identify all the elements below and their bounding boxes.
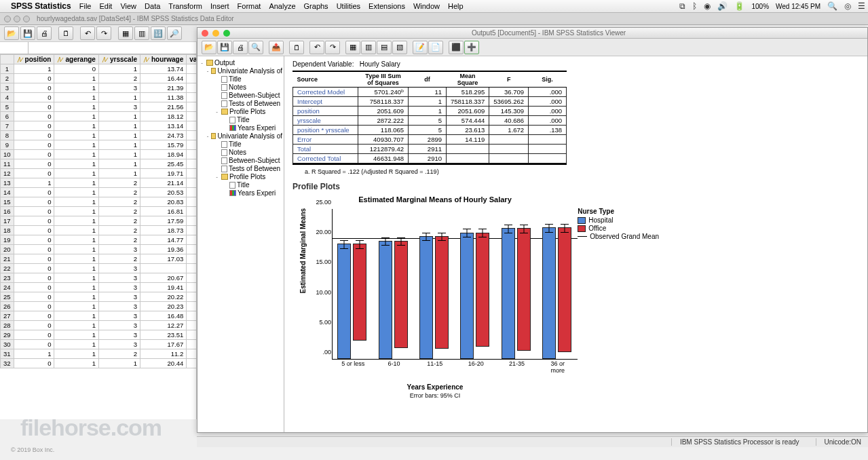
table-row[interactable]: 201216.44	[1, 74, 197, 83]
table-row[interactable]: 1601216.81	[1, 207, 197, 216]
find-button[interactable]: 🔎	[167, 26, 182, 40]
outline-node[interactable]: - Univariate Analysis of	[199, 67, 282, 75]
table-row[interactable]: 1201119.71	[1, 169, 197, 178]
outline-node[interactable]: Title	[199, 140, 282, 149]
close-icon[interactable]	[4, 16, 11, 22]
save-button[interactable]: 💾	[20, 26, 35, 40]
table-row[interactable]: 3111211.2	[1, 349, 197, 359]
outline-node[interactable]: Tests of Between	[199, 100, 282, 108]
outline-node[interactable]: Years Experi	[199, 124, 282, 132]
insert-text-button[interactable]: 📝	[413, 41, 428, 54]
undo-button[interactable]: ↶	[80, 26, 95, 40]
col-var[interactable]: var	[187, 55, 196, 64]
menu-graphs[interactable]: Graphs	[304, 2, 328, 10]
table-row[interactable]: 1801218.73	[1, 226, 197, 235]
table-row[interactable]: 901115.79	[1, 140, 197, 150]
max-icon[interactable]	[23, 16, 30, 22]
table-row[interactable]: 1901214.77	[1, 235, 197, 245]
table-row[interactable]: 601118.12	[1, 112, 197, 121]
menu-help[interactable]: Help	[448, 2, 464, 10]
outline-node[interactable]: Title	[199, 181, 282, 189]
formula-input[interactable]	[29, 42, 196, 54]
outline-node[interactable]: Notes	[199, 83, 282, 92]
table-row[interactable]: 22013	[1, 264, 197, 273]
min-icon[interactable]	[14, 16, 20, 22]
dropbox-icon[interactable]: ⧉	[679, 1, 685, 11]
table-row[interactable]: 1501220.83	[1, 197, 197, 207]
outline-node[interactable]: - Output	[199, 59, 282, 67]
run-button[interactable]: ➕	[464, 41, 479, 54]
table-row[interactable]: 1101125.45	[1, 159, 197, 169]
select-cases-button[interactable]: ▧	[392, 41, 407, 54]
bluetooth-icon[interactable]: ᛒ	[692, 1, 697, 11]
variables-button[interactable]: ▤	[377, 41, 392, 54]
undo-button[interactable]: ↶	[309, 41, 324, 54]
cell-ref[interactable]	[0, 42, 29, 54]
table-row[interactable]: 2701316.48	[1, 311, 197, 321]
anova-table[interactable]: SourceType III Sum of SquaresdfMean Squa…	[293, 72, 567, 164]
print-preview-button[interactable]: 🔍	[248, 41, 263, 54]
menu-view[interactable]: View	[120, 2, 136, 10]
print-button[interactable]: 🖨	[37, 26, 52, 40]
goto-case-button[interactable]: ▥	[361, 41, 376, 54]
table-row[interactable]: 401111.38	[1, 93, 197, 102]
table-row[interactable]: 701113.14	[1, 121, 197, 131]
menu-format[interactable]: Format	[238, 2, 261, 10]
col-agerange[interactable]: agerange	[54, 55, 98, 64]
table-row[interactable]: 1001118.94	[1, 150, 197, 159]
variables-button[interactable]: 🔢	[151, 26, 166, 40]
outline-node[interactable]: Between-Subject	[199, 157, 282, 165]
viewer-titlebar[interactable]: Output5 [Document5] - IBM SPSS Statistic…	[197, 28, 867, 39]
table-row[interactable]: 2101217.03	[1, 254, 197, 264]
redo-button[interactable]: ↷	[325, 41, 340, 54]
col-position[interactable]: position	[14, 55, 54, 64]
designate-window-button[interactable]: ⬛	[449, 41, 464, 54]
export-button[interactable]: 📤	[269, 41, 284, 54]
open-file-button[interactable]: 📂	[4, 26, 19, 40]
menu-window[interactable]: Window	[413, 2, 440, 10]
spotlight-icon[interactable]: 🔍	[827, 1, 837, 11]
menu-insert[interactable]: Insert	[210, 2, 229, 10]
table-row[interactable]: 501321.56	[1, 102, 197, 112]
minimize-icon[interactable]	[212, 30, 219, 37]
recall-button[interactable]: 🗒	[289, 41, 304, 54]
maximize-icon[interactable]	[223, 30, 230, 37]
recall-button[interactable]: 🗒	[58, 26, 73, 40]
table-row[interactable]: 801124.73	[1, 131, 197, 140]
redo-button[interactable]: ↷	[96, 26, 111, 40]
app-name[interactable]: SPSS Statistics	[11, 1, 71, 11]
outline-node[interactable]: Title	[199, 116, 282, 124]
volume-icon[interactable]: 🔊	[717, 1, 728, 11]
table-row[interactable]: 2801312.27	[1, 321, 197, 330]
table-row[interactable]: 110113.74	[1, 64, 197, 74]
table-row[interactable]: 2001319.36	[1, 245, 197, 254]
data-grid-scroll[interactable]: positionagerangeyrsscalehourwagevar11011…	[0, 54, 196, 419]
menu-data[interactable]: Data	[145, 2, 160, 10]
outline-node[interactable]: Notes	[199, 149, 282, 157]
battery-icon[interactable]: 🔋	[734, 1, 744, 11]
menu-file[interactable]: File	[79, 2, 92, 10]
outline-node[interactable]: Years Experi	[199, 189, 282, 197]
table-row[interactable]: 1311221.14	[1, 178, 197, 188]
outline-node[interactable]: - Profile Plots	[199, 173, 282, 181]
outline-node[interactable]: - Univariate Analysis of	[199, 132, 282, 140]
table-row[interactable]: 3001317.67	[1, 340, 197, 349]
save-button[interactable]: 💾	[217, 41, 232, 54]
menu-analyze[interactable]: Analyze	[269, 2, 295, 10]
print-button[interactable]: 🖨	[233, 41, 248, 54]
output-outline[interactable]: - Output- Univariate Analysis of Title N…	[197, 56, 284, 432]
table-row[interactable]: 2901323.51	[1, 330, 197, 340]
outline-node[interactable]: Tests of Between	[199, 165, 282, 173]
open-file-button[interactable]: 📂	[202, 41, 216, 54]
table-row[interactable]: 1701217.59	[1, 216, 197, 226]
table-row[interactable]: 301321.39	[1, 83, 197, 93]
table-row[interactable]: 2601320.23	[1, 302, 197, 311]
table-row[interactable]: 2501320.22	[1, 292, 197, 302]
goto-data-button[interactable]: ▦	[345, 41, 360, 54]
table-row[interactable]: 3201120.44	[1, 359, 197, 368]
outline-node[interactable]: Between-Subject	[199, 92, 282, 100]
notification-icon[interactable]: ☰	[858, 1, 865, 11]
data-grid[interactable]: positionagerangeyrsscalehourwagevar11011…	[0, 54, 196, 368]
insert-title-button[interactable]: 📄	[428, 41, 443, 54]
wifi-icon[interactable]: ◉	[704, 1, 711, 11]
